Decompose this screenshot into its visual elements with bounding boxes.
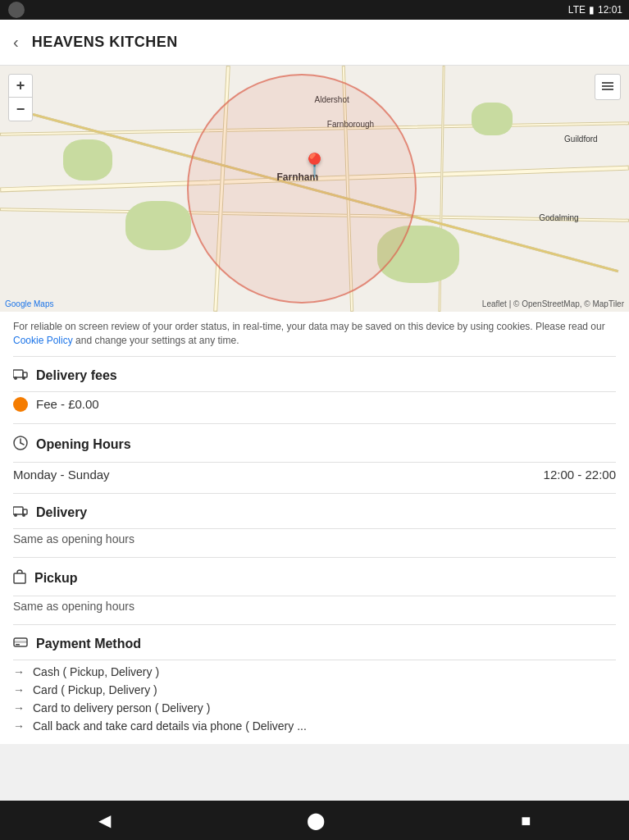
hours-time: 12:00 - 22:00	[544, 468, 616, 482]
fee-indicator-dot	[13, 397, 28, 412]
map-green-area	[472, 103, 513, 135]
svg-rect-1	[602, 85, 613, 87]
status-bar: LTE ▮ 12:01	[0, 0, 629, 20]
svg-rect-0	[602, 82, 613, 84]
svg-rect-14	[14, 573, 25, 583]
zoom-out-button[interactable]: −	[9, 98, 32, 121]
svg-rect-2	[602, 89, 613, 90]
cookie-notice-text: For reliable on screen review of your or…	[13, 321, 605, 332]
payment-item-label: Card ( Pickup, Delivery )	[33, 683, 157, 696]
svg-point-12	[14, 514, 17, 517]
status-icons: LTE ▮ 12:01	[568, 4, 622, 16]
arrow-icon: →	[13, 683, 25, 696]
map-zoom-controls: + −	[8, 74, 33, 121]
map-attribution-right: Leaflet | © OpenStreetMap, © MapTiler	[482, 299, 624, 308]
map-green-area	[63, 139, 112, 180]
payment-item-label: Card to delivery person ( Delivery )	[33, 701, 210, 714]
cookie-notice-end: and change your settings at any time.	[75, 335, 239, 346]
time-display: 12:01	[598, 4, 622, 16]
delivery-hours-note: Same as opening hours	[0, 529, 629, 557]
main-content: For reliable on screen review of your or…	[0, 312, 629, 744]
fee-row: Fee - £0.00	[0, 392, 629, 423]
battery-icon: ▮	[589, 4, 595, 16]
header: ‹ HEAVENS KITCHEN	[0, 20, 629, 66]
fee-label: Fee - £0.00	[36, 397, 99, 411]
delivery-fees-header: Delivery fees	[0, 357, 629, 391]
svg-point-6	[22, 377, 25, 380]
arrow-icon: →	[13, 701, 25, 714]
nav-home-button[interactable]: ⬤	[300, 804, 331, 837]
list-item: → Card to delivery person ( Delivery )	[13, 701, 616, 714]
hours-days: Monday - Sunday	[13, 468, 110, 482]
pickup-header: Pickup	[0, 558, 629, 596]
payment-item-label: Call back and take card details via phon…	[33, 719, 307, 733]
cookie-policy-link[interactable]: Cookie Policy	[13, 335, 73, 346]
map-layers-button[interactable]	[595, 74, 621, 100]
svg-rect-10	[13, 507, 23, 514]
page-title: HEAVENS KITCHEN	[32, 34, 178, 51]
location-marker: 📍	[300, 152, 329, 179]
map-container[interactable]: Aldershot Farnham Guildford Godalming Fa…	[0, 66, 629, 312]
svg-point-5	[14, 377, 17, 380]
map-attribution: Google Maps Leaflet | © OpenStreetMap, ©…	[0, 299, 629, 308]
nav-recents-button[interactable]: ■	[514, 805, 537, 837]
zoom-in-button[interactable]: +	[9, 75, 32, 98]
delivery-radius-circle	[187, 74, 417, 304]
svg-rect-16	[14, 641, 27, 643]
map-label-guildford: Guildford	[564, 135, 598, 144]
nav-back-button[interactable]: ◀	[92, 804, 117, 837]
map-background: Aldershot Farnham Guildford Godalming Fa…	[0, 66, 629, 312]
lte-icon: LTE	[568, 4, 586, 16]
list-item: → Call back and take card details via ph…	[13, 719, 616, 733]
pickup-hours-note: Same as opening hours	[0, 596, 629, 624]
svg-rect-17	[16, 644, 20, 646]
google-maps-link[interactable]: Google Maps	[5, 299, 53, 308]
cookie-notice: For reliable on screen review of your or…	[0, 312, 629, 356]
pickup-icon	[13, 569, 26, 587]
payment-method-title: Payment Method	[36, 637, 141, 651]
opening-hours-header: Opening Hours	[0, 424, 629, 462]
payment-item-label: Cash ( Pickup, Delivery )	[33, 665, 159, 678]
list-item: → Cash ( Pickup, Delivery )	[13, 665, 616, 678]
delivery-header: Delivery	[0, 494, 629, 528]
map-green-area	[125, 201, 191, 250]
payment-methods-list: → Cash ( Pickup, Delivery ) → Card ( Pic…	[0, 660, 629, 744]
delivery-icon	[13, 505, 28, 520]
hours-row: Monday - Sunday 12:00 - 22:00	[0, 463, 629, 493]
svg-rect-3	[13, 370, 23, 377]
opening-hours-title: Opening Hours	[36, 437, 131, 452]
bottom-nav: ◀ ⬤ ■	[0, 801, 629, 840]
map-label-godalming: Godalming	[539, 213, 578, 222]
svg-line-9	[21, 443, 24, 445]
delivery-fees-title: Delivery fees	[36, 368, 117, 383]
status-indicator	[8, 2, 25, 18]
list-item: → Card ( Pickup, Delivery )	[13, 683, 616, 696]
clock-icon	[13, 436, 28, 454]
arrow-icon: →	[13, 719, 25, 733]
arrow-icon: →	[13, 665, 25, 678]
svg-point-13	[22, 514, 25, 517]
pickup-title: Pickup	[34, 571, 77, 586]
delivery-fees-icon	[13, 368, 28, 383]
delivery-title: Delivery	[36, 505, 87, 520]
payment-method-header: Payment Method	[0, 625, 629, 660]
back-button[interactable]: ‹	[13, 33, 19, 52]
payment-icon	[13, 637, 28, 651]
